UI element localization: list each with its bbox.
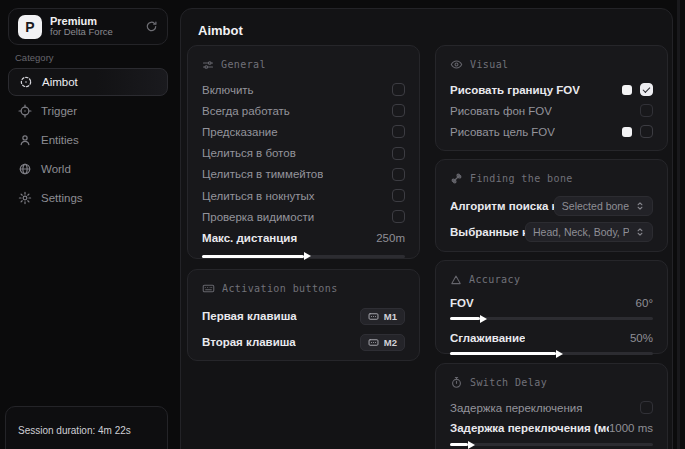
target-knocked-checkbox[interactable] (392, 189, 405, 202)
eye-icon (450, 58, 463, 71)
setting-row-switch-delay-toggle: Задержка переключения (450, 397, 653, 418)
sidebar-item-label: Trigger (41, 105, 77, 117)
smoothing-slider[interactable] (450, 352, 653, 355)
setting-row-target-teammates: Целиться в тиммейтов (202, 164, 405, 185)
setting-label: Вторая клавиша (202, 336, 296, 348)
target-teammates-checkbox[interactable] (392, 168, 405, 181)
switch-delay-card: Switch Delay Задержка переключения Задер… (435, 363, 668, 449)
setting-label: Включить (202, 84, 254, 96)
accuracy-card: Accuracy FOV 60° Сглаживание 50% (435, 260, 668, 354)
brand-text: Premium for Delta Force (50, 15, 137, 39)
setting-label: Задержка переключения (450, 402, 582, 414)
setting-label: Целиться в нокнутых (202, 190, 315, 202)
enable-checkbox[interactable] (392, 83, 405, 96)
unfold-icon (635, 201, 645, 211)
sidebar-item-label: Aimbot (42, 76, 78, 88)
setting-label: Сглаживание (450, 332, 525, 344)
sliders-icon (202, 59, 214, 71)
setting-label: FOV (450, 297, 474, 309)
general-card: General Включить Всегда работать Предска… (187, 45, 420, 259)
app-logo: P (18, 15, 42, 39)
slider-fill (450, 317, 480, 320)
setting-row-enable: Включить (202, 79, 405, 100)
fov-value: 60° (636, 297, 653, 309)
setting-row-max-distance: Макс. дистанция 250m (202, 227, 405, 248)
max-distance-value: 250m (376, 232, 405, 244)
setting-label: Задержка переключения (мс) (450, 422, 609, 434)
keybind-value: M1 (384, 311, 397, 322)
bone-algorithm-select[interactable]: Selected bone (554, 196, 653, 216)
switch-delay-card-header: Switch Delay (450, 375, 653, 390)
setting-label: Всегда работать (202, 105, 290, 117)
target-bots-checkbox[interactable] (392, 147, 405, 160)
setting-row-fov-border: Рисовать границу FOV (450, 79, 653, 100)
keybind-value: M2 (384, 337, 397, 348)
setting-row-selected-bones: Выбранные кос Head, Neck, Body, Pe.. (450, 219, 653, 245)
setting-label: Предсказание (202, 126, 278, 138)
slider-fill (202, 255, 304, 258)
card-title: Activation buttons (222, 283, 338, 294)
brand-box: P Premium for Delta Force (8, 8, 168, 45)
timer-icon (450, 376, 463, 389)
select-value: Selected bone (562, 200, 629, 212)
keyboard-icon (202, 282, 215, 295)
fov-target-color-swatch[interactable] (622, 127, 632, 137)
setting-row-first-key: Первая клавиша M1 (202, 303, 405, 329)
setting-label: Рисовать цель FOV (450, 126, 555, 138)
visibility-check-checkbox[interactable] (392, 210, 405, 223)
triangle-icon (450, 274, 462, 286)
setting-label: Рисовать фон FOV (450, 105, 552, 117)
session-box: Session duration: 4m 22s (5, 406, 168, 449)
setting-label: Целиться в ботов (202, 147, 296, 159)
brand-subtitle: for Delta Force (50, 27, 137, 38)
fov-target-checkbox[interactable] (640, 125, 653, 138)
refresh-icon[interactable] (145, 20, 158, 33)
select-value: Head, Neck, Body, Pe.. (533, 226, 629, 238)
sidebar-item-trigger[interactable]: Trigger (8, 97, 168, 125)
fov-slider[interactable] (450, 317, 653, 320)
card-title: General (221, 59, 266, 70)
smoothing-value: 50% (630, 332, 653, 344)
sidebar-item-aimbot[interactable]: Aimbot (8, 68, 168, 96)
switch-delay-checkbox[interactable] (640, 401, 653, 414)
gear-icon (18, 191, 32, 205)
activation-card-header: Activation buttons (202, 281, 405, 296)
second-key-button[interactable]: M2 (360, 334, 405, 351)
selected-bones-select[interactable]: Head, Neck, Body, Pe.. (525, 222, 653, 242)
slider-fill (450, 443, 468, 446)
bone-icon (450, 172, 463, 185)
max-distance-slider[interactable] (202, 255, 405, 258)
sidebar-nav: Aimbot Trigger Entities (8, 68, 168, 213)
setting-row-switch-delay-ms: Задержка переключения (мс) 1000 ms (450, 418, 653, 437)
globe-icon (18, 162, 32, 176)
setting-row-fov-target: Рисовать цель FOV (450, 121, 653, 142)
sidebar-item-world[interactable]: World (8, 155, 168, 183)
sidebar-item-entities[interactable]: Entities (8, 126, 168, 154)
sidebar-item-settings[interactable]: Settings (8, 184, 168, 212)
card-title: Visual (470, 59, 509, 70)
scrollbar-track[interactable] (677, 0, 680, 449)
main-panel: Aimbot General Включить Всегда работать … (180, 8, 673, 449)
prediction-checkbox[interactable] (392, 125, 405, 138)
switch-delay-slider[interactable] (450, 443, 653, 446)
visual-card: Visual Рисовать границу FOV Рисовать фон… (435, 45, 668, 151)
entities-icon (18, 133, 32, 147)
bones-card: Finding the bone Алгоритм поиска кост Se… (435, 159, 668, 252)
fov-border-checkbox[interactable] (640, 83, 653, 96)
accuracy-card-header: Accuracy (450, 272, 653, 287)
category-label: Category (15, 52, 54, 63)
page-title: Aimbot (198, 23, 243, 38)
activation-card: Activation buttons Первая клавиша M1 Вто… (187, 269, 420, 361)
keyboard-icon (368, 311, 379, 322)
setting-row-visibility-check: Проверка видимости (202, 206, 405, 227)
trigger-icon (18, 104, 32, 118)
fov-border-color-swatch[interactable] (622, 85, 632, 95)
sidebar-item-label: Entities (41, 134, 79, 146)
keyboard-icon (368, 337, 379, 348)
first-key-button[interactable]: M1 (360, 308, 405, 325)
always-work-checkbox[interactable] (392, 104, 405, 117)
general-card-header: General (202, 57, 405, 72)
fov-background-checkbox[interactable] (640, 104, 653, 117)
session-duration: Session duration: 4m 22s (18, 425, 155, 436)
setting-row-always-work: Всегда работать (202, 100, 405, 121)
